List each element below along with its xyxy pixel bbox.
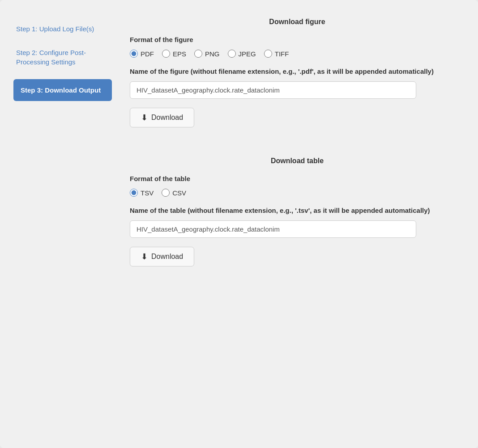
- app-container: Step 1: Upload Log File(s) Step 2: Confi…: [0, 0, 478, 448]
- figure-format-png-radio[interactable]: [194, 50, 202, 58]
- sidebar: Step 1: Upload Log File(s) Step 2: Confi…: [13, 18, 121, 430]
- figure-download-label: Download: [151, 114, 183, 122]
- table-download-icon: ⬇: [141, 252, 148, 262]
- figure-section-title: Download figure: [130, 18, 465, 26]
- figure-format-pdf-label: PDF: [141, 50, 154, 58]
- figure-format-jpeg-label: JPEG: [239, 50, 256, 58]
- figure-format-pdf-radio[interactable]: [130, 50, 138, 58]
- table-format-tsv-label: TSV: [141, 189, 154, 197]
- table-name-label: Name of the table (without filename exte…: [130, 206, 465, 215]
- figure-format-eps-label: EPS: [173, 50, 186, 58]
- main-content: Download figure Format of the figure PDF…: [121, 18, 465, 430]
- table-format-tsv[interactable]: TSV: [130, 189, 154, 197]
- figure-format-png-label: PNG: [205, 50, 220, 58]
- figure-download-button[interactable]: ⬇ Download: [130, 108, 194, 127]
- table-format-csv-radio[interactable]: [162, 189, 170, 197]
- table-format-label: Format of the table: [130, 174, 465, 183]
- figure-format-pdf[interactable]: PDF: [130, 50, 154, 58]
- table-format-csv-label: CSV: [172, 189, 186, 197]
- figure-format-jpeg-radio[interactable]: [228, 50, 236, 58]
- figure-format-tiff-radio[interactable]: [264, 50, 272, 58]
- figure-format-eps-radio[interactable]: [162, 50, 170, 58]
- figure-format-eps[interactable]: EPS: [162, 50, 186, 58]
- sidebar-item-step1[interactable]: Step 1: Upload Log File(s): [13, 22, 112, 35]
- table-download-button[interactable]: ⬇ Download: [130, 247, 194, 266]
- figure-format-tiff-label: TIFF: [275, 50, 289, 58]
- table-format-tsv-radio[interactable]: [130, 189, 138, 197]
- figure-format-jpeg[interactable]: JPEG: [228, 50, 256, 58]
- sidebar-item-step3[interactable]: Step 3: Download Output: [13, 79, 112, 101]
- figure-download-icon: ⬇: [141, 113, 148, 123]
- table-download-label: Download: [151, 253, 183, 261]
- table-name-input[interactable]: [130, 220, 416, 238]
- figure-section: Download figure Format of the figure PDF…: [130, 18, 465, 141]
- table-section: Download table Format of the table TSV C…: [130, 157, 465, 280]
- figure-name-input[interactable]: [130, 81, 416, 99]
- figure-format-label: Format of the figure: [130, 35, 465, 44]
- figure-format-tiff[interactable]: TIFF: [264, 50, 289, 58]
- table-format-csv[interactable]: CSV: [162, 189, 186, 197]
- figure-format-group: PDF EPS PNG JPEG TIFF: [130, 50, 465, 58]
- table-format-group: TSV CSV: [130, 189, 465, 197]
- sidebar-item-step2[interactable]: Step 2: Configure Post-Processing Settin…: [13, 46, 112, 68]
- figure-name-label: Name of the figure (without filename ext…: [130, 67, 465, 76]
- figure-format-png[interactable]: PNG: [194, 50, 220, 58]
- table-section-title: Download table: [130, 157, 465, 165]
